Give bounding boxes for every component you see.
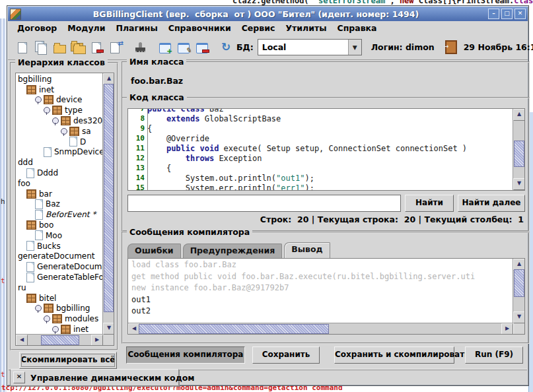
- tree-vscroll-thumb[interactable]: [104, 84, 114, 312]
- tree-horizontal-scrollbar[interactable]: ◀ ▶: [16, 334, 103, 345]
- menu-item-Справка[interactable]: Справка: [332, 22, 382, 34]
- tree-item-bar[interactable]: bar: [17, 189, 102, 199]
- expand-handle-icon[interactable]: [52, 326, 59, 333]
- tab-dynamic-code[interactable]: ✕ Управление динамическим кодом: [10, 369, 179, 386]
- tree-item-foo[interactable]: foo: [17, 178, 102, 189]
- tree-item-SnmpDevice[interactable]: SnmpDevice: [17, 147, 102, 158]
- reload-document-icon[interactable]: ⇄: [107, 40, 123, 55]
- action-button-1[interactable]: Сообщения компилятора: [126, 346, 245, 364]
- class-file-icon: [35, 199, 43, 209]
- expand-handle-icon[interactable]: [35, 96, 42, 103]
- expand-handle-icon[interactable]: [52, 117, 59, 124]
- compile-all-button[interactable]: Скомпилировать всё: [19, 352, 117, 369]
- tree-item-label: boo: [39, 220, 53, 230]
- code-segment: ,: [390, 0, 399, 5]
- menu-item-Сервис[interactable]: Сервис: [236, 22, 281, 34]
- chevron-down-icon[interactable]: ▼: [348, 40, 361, 55]
- expand-handle-icon[interactable]: [61, 128, 67, 135]
- bottom-tab-label: Управление динамическим кодом: [30, 373, 195, 383]
- logout-door-icon[interactable]: [445, 40, 457, 54]
- output-hscroll-thumb[interactable]: [139, 324, 329, 334]
- action-button-3[interactable]: Сохранить и скомпилировать: [334, 346, 454, 364]
- login-label: Логин: dimon: [371, 42, 435, 52]
- output-scrollpane[interactable]: load class foo.bar.Bazget method public …: [127, 258, 525, 335]
- tree-item-modules[interactable]: modules: [17, 313, 102, 324]
- close-button[interactable]: ✕: [515, 9, 526, 19]
- add-item-icon[interactable]: +: [157, 40, 173, 55]
- output-horizontal-scrollbar[interactable]: ◀ ▶: [128, 323, 513, 334]
- menu-item-Модули[interactable]: Модули: [62, 22, 110, 34]
- output-vscroll-thumb[interactable]: [514, 269, 524, 297]
- action-button-4[interactable]: Run (F9): [465, 346, 523, 364]
- code-segment: [147, 144, 166, 153]
- tree-item-D[interactable]: D: [17, 137, 102, 147]
- scrollbar-corner: [103, 335, 114, 345]
- class-file-icon: [26, 262, 34, 272]
- tree-item-ddd[interactable]: ddd: [17, 157, 102, 168]
- minimize-button[interactable]: –: [488, 9, 499, 19]
- tree-item-BeforEvent *[interactable]: BeforEvent *: [17, 209, 102, 220]
- titlebar[interactable]: BGBillingClient (вер. сборка от ) ООО "Б…: [8, 7, 528, 21]
- tab-Вывод[interactable]: Вывод: [284, 242, 330, 258]
- tree-item-inet[interactable]: inet: [17, 84, 102, 95]
- tree-vertical-scrollbar[interactable]: ▲ ▼: [102, 73, 114, 335]
- scroll-right-icon[interactable]: ▶: [501, 323, 513, 335]
- tree-item-des3200[interactable]: des3200: [17, 115, 102, 126]
- scroll-down-icon[interactable]: ▼: [513, 311, 525, 323]
- tree-item-type[interactable]: type: [17, 105, 102, 115]
- tree-item-Baz[interactable]: Baz: [17, 199, 102, 210]
- refresh-icon[interactable]: ↻: [219, 40, 235, 55]
- remove-item-icon[interactable]: [194, 40, 210, 55]
- code-vscroll-thumb[interactable]: [514, 141, 524, 167]
- tree-item-boo[interactable]: boo: [17, 220, 102, 230]
- code-vertical-scrollbar[interactable]: ▲ ▼: [513, 109, 524, 190]
- new-document-icon[interactable]: [15, 40, 30, 55]
- maximize-button[interactable]: □: [501, 9, 513, 19]
- action-button-2[interactable]: Сохранить: [252, 346, 320, 364]
- tab-Предупреждения[interactable]: Предупреждения: [183, 244, 283, 258]
- tree-item-bgbilling[interactable]: bgbilling: [17, 304, 102, 314]
- tree-item-GenerateTableFor[interactable]: GenerateTableFor: [17, 272, 102, 282]
- code-editor-scrollpane[interactable]: 7public class Baz8 extends GlobalScriptB…: [127, 108, 525, 191]
- menu-item-Договор[interactable]: Договор: [12, 22, 62, 34]
- scroll-up-icon[interactable]: ▲: [513, 109, 525, 121]
- menu-item-Справочники[interactable]: Справочники: [163, 22, 236, 34]
- expand-handle-icon[interactable]: [44, 315, 50, 322]
- search-input[interactable]: [127, 195, 401, 212]
- tree-item-bitel[interactable]: bitel: [17, 293, 102, 304]
- scroll-down-icon[interactable]: ▼: [103, 323, 114, 335]
- tree-item-GenerateDocumen[interactable]: GenerateDocumen: [17, 261, 102, 272]
- tree-item-generateDocument[interactable]: generateDocument: [17, 251, 102, 262]
- tree-item-Dddd[interactable]: Dddd: [17, 168, 102, 178]
- tree-item-sa[interactable]: sa: [17, 126, 102, 137]
- stamp-icon[interactable]: [132, 40, 148, 55]
- open-folder-icon[interactable]: [52, 40, 67, 55]
- output-vertical-scrollbar[interactable]: ▲ ▼: [513, 259, 524, 323]
- tree-item-Bucks[interactable]: Bucks: [17, 241, 102, 251]
- folder-stack-icon[interactable]: [70, 40, 86, 55]
- menubar: ДоговорМодулиПлагиныСправочникиСервисУти…: [8, 21, 528, 36]
- close-tab-icon[interactable]: ✕: [13, 372, 25, 383]
- tree-item-device[interactable]: device: [17, 95, 102, 106]
- find-button[interactable]: Найти: [405, 195, 454, 212]
- tree-item-bgbilling[interactable]: bgbilling: [17, 74, 102, 84]
- edit-item-icon[interactable]: ✎: [176, 40, 192, 55]
- tree-item-ru[interactable]: ru: [17, 282, 102, 293]
- copy-document-icon[interactable]: [33, 40, 49, 55]
- code-editor[interactable]: 7public class Baz8 extends GlobalScriptB…: [129, 108, 513, 191]
- expand-handle-icon[interactable]: [35, 305, 42, 311]
- expand-handle-icon[interactable]: [44, 107, 50, 114]
- remove-document-icon[interactable]: [89, 40, 104, 55]
- find-next-button[interactable]: Найти далее: [458, 195, 525, 212]
- class-file-icon: [35, 210, 43, 220]
- tree-item-Moo[interactable]: Moo: [17, 230, 102, 241]
- scroll-down-icon[interactable]: ▼: [513, 178, 525, 190]
- scroll-left-icon[interactable]: ◀: [16, 335, 28, 346]
- menu-item-Плагины[interactable]: Плагины: [110, 22, 162, 34]
- tree-item-inet[interactable]: inet: [17, 324, 102, 334]
- menu-item-Утилиты[interactable]: Утилиты: [280, 22, 332, 34]
- tree-hscroll-thumb[interactable]: [41, 335, 79, 345]
- scroll-right-icon[interactable]: ▶: [91, 335, 103, 346]
- tab-Ошибки[interactable]: Ошибки: [127, 244, 181, 258]
- db-combobox[interactable]: Local ▼: [258, 39, 362, 55]
